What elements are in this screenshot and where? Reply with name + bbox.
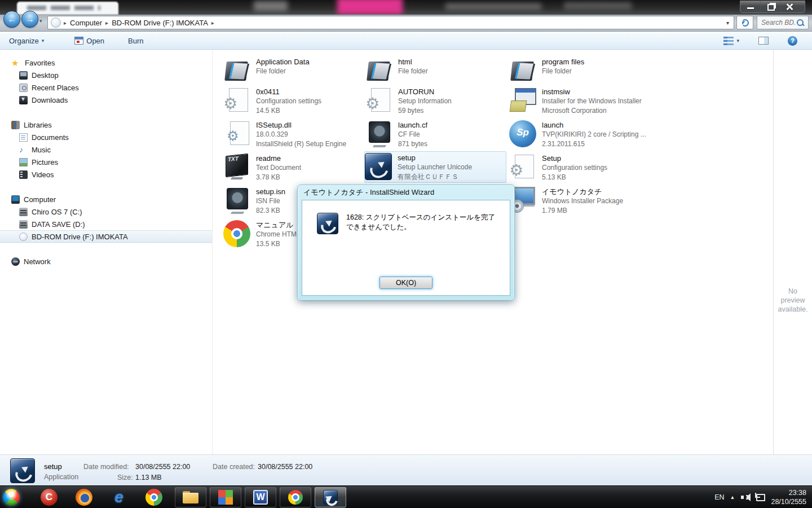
desktop-icon [19, 71, 28, 80]
speaker-icon[interactable] [740, 493, 749, 502]
file-item[interactable]: html File folder [365, 56, 506, 87]
selected-file-icon [10, 458, 35, 483]
organize-button[interactable]: Organize ▾ [3, 34, 50, 47]
selected-file-type: Application [44, 473, 78, 481]
sidebar-item-music[interactable]: ♪ Music [0, 143, 212, 156]
file-name: ISSetup.dll [256, 120, 346, 130]
file-item[interactable]: イモウトノカタチ Windows Installer Package 1.79 … [509, 186, 650, 217]
preview-pane: No preview available. [773, 50, 812, 454]
breadcrumb-current-drive[interactable]: BD-ROM Drive (F:) IMOKATA [109, 19, 211, 27]
sidebar-item-recent-places[interactable]: Recent Places [0, 81, 212, 94]
sidebar-section-favorites[interactable]: ★ Favorites [0, 56, 212, 69]
file-description: TVP(KIRIKIRI) 2 core / Scripting ... [542, 130, 646, 139]
file-item[interactable]: instmsiw Installer for the Windows Insta… [509, 86, 650, 117]
taskbar-installshield-button-active[interactable] [315, 487, 346, 507]
sidebar-item-bdrom-drive-selected[interactable]: BD-ROM Drive (F:) IMOKATA [0, 230, 212, 243]
ok-button[interactable]: OK(O) [379, 277, 433, 289]
sidebar-item-desktop[interactable]: Desktop [0, 69, 212, 81]
sidebar-item-drive-d[interactable]: DATA SAVE (D:) [0, 218, 212, 230]
ccleaner-icon[interactable]: C [41, 489, 58, 506]
sidebar-item-documents[interactable]: Documents [0, 131, 212, 143]
file-item[interactable]: Application Data File folder [223, 56, 364, 87]
file-item[interactable]: Setup Configuration settings 5.13 KB [509, 152, 650, 184]
preview-pane-toggle[interactable] [753, 34, 774, 47]
start-button[interactable] [3, 489, 20, 506]
burn-button[interactable]: Burn [122, 34, 149, 47]
sidebar-item-drive-c[interactable]: Chiro OS 7 (C:) [0, 205, 212, 218]
sidebar-section-computer[interactable]: Computer [0, 193, 212, 205]
change-view-button[interactable]: ▾ [718, 34, 745, 47]
restore-button[interactable] [761, 1, 781, 12]
file-name: マニュアル [256, 220, 297, 230]
close-button[interactable] [781, 1, 805, 12]
size-label: Size: [117, 474, 133, 481]
videos-icon [19, 170, 28, 179]
address-bar[interactable]: ▸ Computer ▸ BD-ROM Drive (F:) IMOKATA ▸… [47, 16, 734, 29]
sidebar-item-videos[interactable]: Videos [0, 168, 212, 181]
file-type: File folder [256, 67, 310, 76]
refresh-button[interactable] [736, 16, 753, 29]
open-app-icon [74, 37, 83, 45]
computer-icon [11, 195, 20, 204]
desktop: ← → ▾ ▸ Computer ▸ BD-ROM Drive (F:) IMO… [0, 0, 812, 508]
file-version: 18.0.0.329 [256, 130, 346, 139]
date-created-value: 30/08/2555 22:00 [258, 463, 312, 471]
taskbar-colored-squares-app-button[interactable] [210, 487, 241, 507]
search-input[interactable] [757, 19, 796, 27]
forward-button[interactable]: → [21, 11, 38, 28]
file-item[interactable]: AUTORUN Setup Information 59 bytes [365, 86, 506, 117]
item-label: Recent Places [32, 84, 79, 92]
file-item[interactable]: ISSetup.dll 18.0.0.329 InstallShield (R)… [223, 119, 364, 151]
taskbar-word-button[interactable]: W [245, 487, 276, 507]
clock[interactable]: 23:38 28/10/2555 [771, 488, 806, 506]
item-label: Documents [32, 133, 69, 142]
language-indicator[interactable]: EN [714, 493, 724, 501]
disc-icon [19, 233, 28, 241]
views-icon [723, 37, 734, 45]
back-button[interactable]: ← [3, 11, 20, 28]
file-item[interactable]: Sp launch TVP(KIRIKIRI) 2 core / Scripti… [509, 119, 650, 151]
file-item[interactable]: launch.cf CF File 871 bytes [365, 119, 506, 151]
taskbar: C e W EN ▲ 23:38 28/10/2555 [0, 485, 812, 508]
chrome-icon[interactable] [145, 489, 162, 506]
file-type: File folder [542, 67, 584, 76]
file-item[interactable]: 0x0411 Configuration settings 14.5 KB [223, 86, 364, 117]
file-type: Setup Information [398, 97, 452, 106]
command-toolbar: Organize ▾ Open Burn ▾ ? [0, 32, 812, 50]
date-created-label: Date created: [213, 463, 255, 471]
sidebar-item-downloads[interactable]: Downloads [0, 94, 212, 106]
file-type: Configuration settings [256, 97, 321, 106]
word-icon: W [253, 490, 268, 505]
address-dropdown-icon[interactable]: ▾ [722, 20, 734, 26]
taskbar-chrome-button[interactable] [280, 487, 311, 507]
network-tray-icon[interactable] [755, 493, 765, 502]
taskbar-explorer-button[interactable] [175, 487, 206, 507]
file-item[interactable]: readme Text Document 3.78 KB [223, 152, 364, 184]
setup-information-icon [365, 87, 392, 114]
file-type: File folder [398, 67, 428, 76]
help-button[interactable]: ? [782, 34, 803, 48]
file-item[interactable]: program files File folder [509, 56, 650, 87]
section-label: Computer [24, 195, 56, 204]
internet-explorer-icon[interactable]: e [111, 489, 127, 506]
drive-icon [51, 17, 61, 28]
file-type: Text Document [256, 163, 301, 173]
open-button[interactable]: Open [69, 34, 110, 47]
file-name: setup [398, 153, 472, 163]
preview-pane-icon [758, 37, 769, 45]
sidebar-section-libraries[interactable]: Libraries [0, 119, 212, 131]
search-box[interactable] [757, 16, 809, 29]
firefox-icon[interactable] [76, 489, 92, 506]
background-blur-shape [564, 2, 632, 10]
file-item-setup-selected[interactable]: setup Setup Launcher Unicode 有限会社ＣＵＦＦＳ [364, 151, 506, 183]
file-name: launch [542, 120, 646, 130]
recent-pages-dropdown[interactable]: ▾ [39, 18, 42, 24]
minimize-button[interactable] [740, 1, 761, 12]
file-name: readme [256, 154, 301, 163]
breadcrumb-computer[interactable]: Computer [67, 19, 105, 27]
burn-label: Burn [128, 37, 143, 45]
sidebar-section-network[interactable]: Network [0, 255, 212, 268]
show-hidden-icons-button[interactable]: ▲ [730, 494, 735, 500]
details-pane: setup Application Date modified: 30/08/2… [0, 454, 812, 485]
sidebar-item-pictures[interactable]: Pictures [0, 156, 212, 168]
